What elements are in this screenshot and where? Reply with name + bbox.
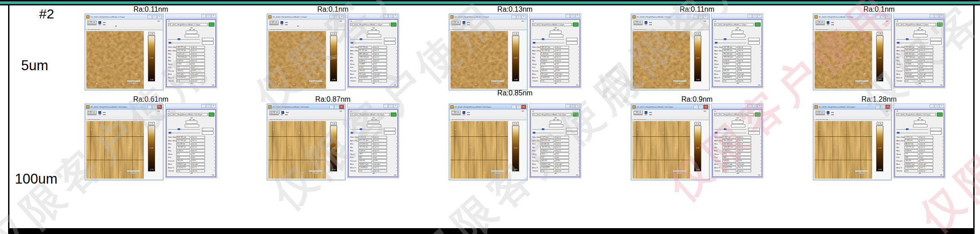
stat-full-image-value[interactable]: 148.279 pm [176, 46, 190, 49]
stat-masked-image-value[interactable]: nan [737, 63, 751, 66]
stat-full-image-value[interactable]: 0.142 [540, 63, 554, 66]
tab-section[interactable] [183, 21, 185, 22]
stat-masked-image-value[interactable]: nan m [555, 149, 569, 153]
auto-button[interactable] [463, 24, 465, 25]
setup-button[interactable] [212, 85, 214, 86]
minimize-button[interactable]: – [330, 15, 334, 19]
export-roughness-button[interactable] [918, 173, 921, 174]
panel-close-button[interactable]: ✕ [940, 14, 944, 18]
panel-close-button[interactable]: ✕ [940, 104, 944, 108]
stat-full-image-value[interactable]: 1.284 nm [904, 139, 918, 142]
xy-input[interactable] [731, 34, 745, 37]
panel-maximize-button[interactable]: ▢ [206, 14, 211, 18]
export-roughness-button[interactable] [372, 83, 375, 84]
range-input[interactable]: 2.00 nm [269, 21, 279, 24]
panel-close-button[interactable]: ✕ [393, 14, 398, 18]
stat-full-image-value[interactable]: 0.000 m [722, 59, 736, 63]
stat-full-image-value[interactable]: 25.0 μm² [358, 73, 372, 76]
maximize-button[interactable]: ▢ [517, 15, 521, 19]
panel-file-field[interactable]: X2_0001 | HeightRetraceMod0 | 5.00μm [168, 23, 208, 26]
panel-file-field[interactable]: X2_0002 | HeightRetraceMod0 | 5.00μm [350, 23, 390, 26]
stat-full-image-value[interactable]: 88.007 nm [904, 143, 918, 146]
help-button[interactable] [755, 112, 761, 117]
stat-masked-image-value[interactable]: nan m [737, 146, 751, 149]
stat-full-image-value[interactable]: 10000.2 μm² [358, 163, 372, 166]
x-offset-slider[interactable] [896, 43, 928, 43]
panel-minimize-button[interactable]: – [566, 104, 570, 108]
help-button[interactable] [391, 112, 396, 117]
stat-full-image-value[interactable]: 0.000 m [176, 149, 190, 153]
stat-masked-image-value[interactable]: nan [373, 156, 387, 159]
stat-full-image-value[interactable]: 1.671 nm [904, 136, 918, 139]
box-size-input[interactable] [914, 31, 926, 34]
stat-masked-image-value[interactable]: nan m [373, 149, 387, 153]
stat-masked-image-value[interactable]: nan m [919, 46, 933, 49]
stat-masked-image-value[interactable]: nan m³ [191, 80, 205, 83]
y-offset-input[interactable] [748, 38, 760, 41]
y-offset-slider[interactable] [350, 39, 382, 40]
stat-masked-image-value[interactable]: nan μm² [555, 163, 569, 166]
stat-full-image-value[interactable]: 10000.2 μm² [904, 163, 918, 166]
tab-roughness[interactable] [350, 111, 352, 112]
panel-minimize-button[interactable]: – [383, 104, 388, 108]
stat-full-image-value[interactable]: -899.262 pm [722, 56, 736, 59]
stat-masked-image-value[interactable]: nan m [555, 46, 569, 49]
offset-input[interactable] [269, 114, 279, 115]
tab-zsr[interactable] [643, 119, 646, 120]
calculate-roughness-button[interactable] [372, 117, 375, 118]
tab-amr[interactable] [91, 29, 94, 30]
tab-amr[interactable] [819, 119, 822, 120]
tab-histogram[interactable] [198, 111, 200, 112]
box-size-input[interactable] [186, 121, 197, 124]
stat-masked-image-value[interactable]: nan [737, 156, 751, 159]
stat-masked-image-value[interactable]: nan m [555, 139, 569, 142]
reset-button[interactable] [921, 29, 923, 30]
tab-particle-analysis[interactable] [577, 111, 579, 112]
tab-particle-analysis[interactable] [395, 21, 396, 22]
tab-amr[interactable] [455, 119, 458, 120]
box-size-input[interactable] [550, 121, 561, 124]
range-input[interactable]: 7.50 nm [451, 111, 461, 114]
tab-particle-analysis[interactable] [941, 21, 943, 22]
y-offset-slider[interactable] [532, 39, 564, 40]
afm-scan-image[interactable]: 20μm [815, 121, 872, 179]
tab-section[interactable] [547, 111, 549, 112]
stat-full-image-value[interactable]: -13.275 nm [904, 146, 918, 149]
reset-button[interactable] [374, 29, 377, 30]
offset-input[interactable] [815, 114, 825, 115]
tab-amr[interactable] [91, 119, 94, 120]
panel-titlebar[interactable]: – ▢ ✕ [165, 14, 217, 18]
commands-dropdown[interactable] [286, 112, 289, 113]
stat-masked-image-value[interactable]: nan [555, 66, 569, 69]
make-button[interactable] [553, 29, 556, 30]
tab-phr[interactable] [640, 29, 643, 30]
panel-file-field[interactable]: X2_0007 | HeightRetraceMod0 | 100.00μm [714, 113, 754, 116]
stat-masked-image-value[interactable]: nan m [737, 59, 751, 63]
tab-histogram[interactable] [198, 21, 200, 22]
reset-button[interactable] [557, 119, 559, 120]
tab-htr[interactable] [634, 119, 637, 120]
stat-masked-image-value[interactable]: nan m [555, 136, 569, 139]
image-window-titlebar[interactable]: X2_0001 | HeightRetraceMod0 | 5.00μm – ▢… [85, 14, 163, 20]
y-offset-input[interactable] [202, 38, 214, 41]
panel-maximize-button[interactable]: ▢ [753, 104, 757, 108]
stat-full-image-value[interactable]: 0.000 m [540, 59, 554, 63]
box-size-input[interactable] [186, 31, 197, 34]
stat-masked-image-value[interactable]: nan m [737, 53, 751, 56]
stat-full-image-value[interactable]: 100.0% [722, 69, 736, 72]
threed-button[interactable] [521, 21, 524, 22]
stat-masked-image-value[interactable]: nan % [919, 76, 933, 79]
range-input[interactable]: 8.00 nm [815, 111, 825, 114]
tab-htr[interactable] [270, 119, 272, 120]
panel-maximize-button[interactable]: ▢ [570, 104, 575, 108]
panel-close-button[interactable]: ✕ [211, 104, 216, 108]
stat-full-image-value[interactable]: 0.002109% [358, 76, 372, 79]
panel-minimize-button[interactable]: – [748, 104, 752, 108]
tab-roughness[interactable] [896, 21, 898, 22]
tab-htr[interactable] [816, 119, 819, 120]
tab-phr[interactable] [458, 29, 461, 30]
height-colorbar[interactable]: 0.00 -3.50 [694, 126, 701, 171]
stat-full-image-value[interactable]: 0 m³ [540, 170, 554, 173]
stat-full-image-value[interactable]: 872.571 pm [358, 139, 372, 142]
stat-full-image-value[interactable]: 117.219 nm [358, 143, 372, 146]
